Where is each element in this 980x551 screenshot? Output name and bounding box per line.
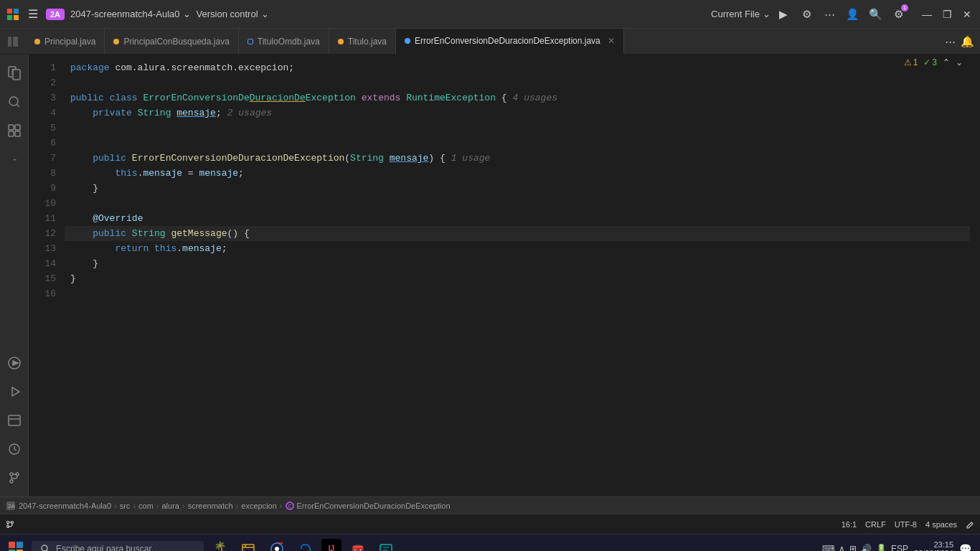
code-line-13: return this . mensaje ; [65, 241, 980, 256]
plugins-icon[interactable] [1, 118, 27, 143]
title-bar-right: ▶ ⚙ ⋯ 👤 🔍 ⚙ 1 — ❐ ✕ [776, 7, 974, 22]
code-editor[interactable]: 1 2 3 4 5 6 7 8 9 10 11 12 13 14 15 16 [29, 55, 980, 496]
hamburger-icon[interactable]: ☰ [26, 7, 40, 22]
profile-icon[interactable]: ⚙ [799, 7, 814, 22]
taskbar-chat-app[interactable] [373, 536, 399, 552]
tab-label-titulo: Titulo.java [348, 37, 387, 47]
svg-rect-2 [7, 15, 12, 20]
maximize-button[interactable]: ❐ [940, 7, 954, 22]
breadcrumb-class-icon: C [286, 501, 294, 510]
code-line-3: public class ErrorEnConversionDeDuracion… [65, 90, 980, 105]
sidebar-toggle-button[interactable] [0, 29, 26, 55]
svg-rect-4 [8, 37, 11, 47]
taskbar-notification-icon[interactable]: 💬 [959, 543, 971, 552]
current-file-button[interactable]: Current File ⌄ [711, 9, 771, 19]
settings-icon[interactable]: ⚙ 1 [891, 7, 905, 22]
breadcrumb-project-icon: 2A [6, 501, 16, 511]
run-button[interactable]: ▶ [776, 7, 791, 22]
status-edit-icon[interactable] [966, 520, 974, 529]
taskbar-up-arrow-icon[interactable]: ∧ [839, 544, 845, 552]
taskbar-keyboard-icon[interactable]: ⌨ [822, 544, 834, 552]
status-right: 16:1 CRLF UTF-8 4 spaces [842, 520, 974, 529]
taskbar-chrome-app[interactable] [264, 536, 290, 552]
run-sidebar-icon[interactable] [1, 350, 27, 376]
tab-label-principalconbusqueda: PrincipalConBusqueda.java [123, 37, 229, 47]
version-control-dropdown[interactable]: Version control ⌄ [197, 9, 269, 19]
taskbar-intellij-app[interactable]: IJ [321, 539, 341, 552]
title-bar: ☰ 2A 2047-screenmatch4-Aula0 ⌄ Version c… [0, 0, 980, 29]
editor-container: ⚠ 1 ✓ 3 ⌃ ⌄ 1 2 3 4 5 6 7 8 9 [29, 55, 980, 496]
taskbar-search-box[interactable]: Escribe aquí para buscar. [32, 541, 204, 552]
tab-principalconbusqueda[interactable]: PrincipalConBusqueda.java [105, 29, 238, 54]
svg-text:C: C [288, 504, 291, 509]
tab-list-icon[interactable]: ⋯ [943, 34, 957, 49]
tab-label-tituloOmdb: TituloOmdb.java [258, 37, 320, 47]
taskbar-network-icon[interactable]: ⊞ [849, 544, 857, 552]
search-sidebar-icon[interactable] [1, 89, 27, 115]
status-line-col[interactable]: 16:1 [842, 520, 857, 529]
tab-icon-titulo [338, 39, 344, 44]
title-bar-center: Current File ⌄ [711, 9, 771, 19]
search-title-icon[interactable]: 🔍 [868, 7, 882, 22]
svg-rect-3 [14, 15, 19, 20]
svg-rect-16 [9, 415, 20, 425]
code-line-4: private String mensaje ; 2 usages [65, 105, 980, 121]
breadcrumb-project: 2047-screenmatch4-Aula0 [19, 501, 111, 510]
code-line-11: @Override [65, 211, 980, 226]
taskbar-search-text: Escribe aquí para buscar. [56, 544, 154, 552]
scrollbar-track[interactable] [970, 55, 980, 496]
breadcrumb-excepcion: excepcion [241, 501, 277, 510]
code-line-9: } [65, 181, 980, 196]
code-line-12: ⚙ public String getMessage () { [65, 226, 980, 241]
tabs-end: ⋯ 🔔 [937, 34, 980, 49]
tab-titulo[interactable]: Titulo.java [329, 29, 396, 54]
taskbar-edge-app[interactable] [293, 536, 319, 552]
code-content[interactable]: package com.alura.screenmatch.excepcion;… [65, 55, 980, 496]
taskbar-toolbox-app[interactable]: 🧰 [344, 536, 370, 552]
code-line-5 [65, 121, 980, 136]
main-layout: ··· ⚠ 1 ✓ 3 ⌃ ⌄ [0, 55, 980, 496]
debug-sidebar-icon[interactable] [1, 379, 27, 405]
accounts-icon[interactable]: 👤 [845, 7, 859, 22]
explorer-icon[interactable] [1, 60, 27, 86]
taskbar-battery-icon[interactable]: 🔋 [876, 544, 887, 552]
status-line-ending[interactable]: CRLF [865, 520, 886, 529]
code-line-6 [65, 136, 980, 151]
git-sidebar-icon[interactable] [1, 408, 27, 433]
taskbar-clock[interactable]: 23:15 22/09/2024 [914, 540, 953, 552]
minimize-button[interactable]: — [920, 7, 934, 22]
tab-icon-principal [34, 39, 40, 44]
status-bar: 16:1 CRLF UTF-8 4 spaces [0, 514, 980, 534]
status-git-branch[interactable] [6, 520, 14, 529]
svg-rect-28 [9, 542, 15, 548]
status-encoding[interactable]: UTF-8 [895, 520, 917, 529]
tab-error-exception[interactable]: ErrorEnConversionDeDuracionDeException.j… [396, 29, 624, 54]
version-chevron-icon: ⌄ [261, 9, 269, 19]
clock-sidebar-icon[interactable] [1, 436, 27, 462]
tab-label-principal: Principal.java [44, 37, 95, 47]
tab-close-icon[interactable]: ✕ [608, 36, 615, 46]
taskbar-island-app[interactable]: 🏝️ [207, 536, 232, 552]
line-numbers: 1 2 3 4 5 6 7 8 9 10 11 12 13 14 15 16 [29, 55, 65, 496]
taskbar-volume-icon[interactable]: 🔊 [861, 544, 872, 552]
breadcrumb-class: C ErrorEnConversionDeDuracionDeException [286, 501, 451, 510]
more-sidebar-icon[interactable]: ··· [1, 146, 27, 172]
more-options-icon[interactable]: ⋯ [822, 7, 837, 22]
windows-start-button[interactable] [3, 536, 29, 552]
code-line-8: this . mensaje = mensaje ; [65, 166, 980, 181]
app-icon[interactable] [6, 7, 20, 22]
tab-tituloOmdb[interactable]: TituloOmdb.java [239, 29, 329, 54]
svg-marker-15 [12, 387, 19, 396]
taskbar-files-app[interactable] [235, 536, 261, 552]
branch-sidebar-icon[interactable] [1, 465, 27, 491]
breadcrumb: 2A 2047-screenmatch4-Aula0 › src › com ›… [0, 496, 980, 514]
tab-principal[interactable]: Principal.java [26, 29, 105, 54]
project-name[interactable]: 2047-screenmatch4-Aula0 ⌄ [70, 9, 190, 19]
taskbar-language-icon[interactable]: ESP [891, 544, 908, 552]
svg-rect-29 [17, 542, 23, 548]
notifications-icon[interactable]: 🔔 [960, 34, 974, 49]
svg-point-18 [10, 473, 13, 476]
code-line-1: package com.alura.screenmatch.excepcion; [65, 60, 980, 75]
status-indent[interactable]: 4 spaces [925, 520, 957, 529]
close-button[interactable]: ✕ [960, 7, 974, 22]
